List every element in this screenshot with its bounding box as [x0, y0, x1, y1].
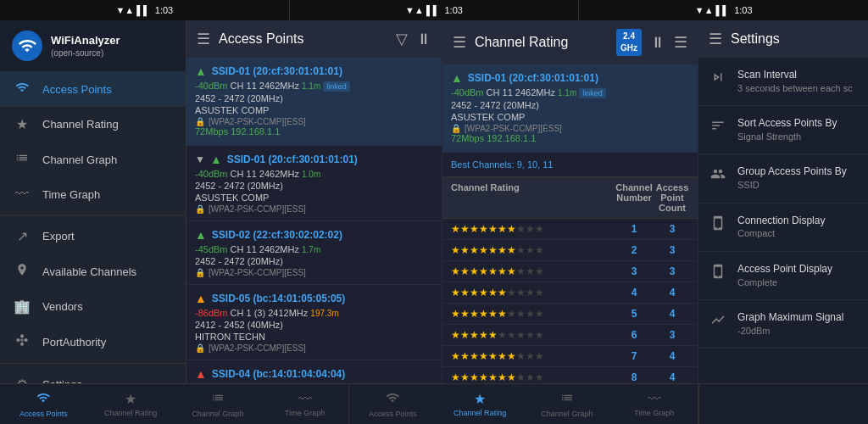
app-name-container: WiFiAnalyzer (open-source): [51, 34, 120, 58]
bnav-cr[interactable]: ★ Channel Rating: [87, 384, 175, 424]
cr-highlighted-details: -40dBm CH 11 2462MHz 1.1m linked: [451, 87, 689, 98]
star-empty: ★: [535, 329, 544, 341]
cr-channel-num: 5: [613, 308, 655, 320]
ap-panel-body: ▼ ▲ SSID-01 (20:cf:30:01:01:01) -40dBm C…: [186, 146, 442, 383]
star-filled: ★: [488, 329, 498, 341]
sidebar-item-port-authority[interactable]: PortAuthority: [0, 324, 186, 360]
star-filled: ★: [498, 350, 507, 362]
settings-item-graph-maximum-signal[interactable]: Graph Maximum Signal-20dBm: [698, 300, 868, 349]
bnav2-cg[interactable]: Channel Graph: [524, 384, 611, 424]
settings-item-connection-display[interactable]: Connection DisplayCompact: [698, 204, 868, 252]
sidebar-item-settings[interactable]: ⚙ Settings: [0, 367, 186, 383]
cr-col-count: Access Point Count: [655, 182, 689, 213]
cr-nav-icon: ★: [14, 116, 31, 132]
ap-pause-icon[interactable]: ⏸: [416, 31, 431, 48]
ap-highlight-wifi-icon: ▲: [195, 64, 207, 78]
settings-item-sort-access-points[interactable]: Sort Access Points BySignal Strength: [698, 106, 868, 154]
ap-highlight-vendor: ASUSTEK COMP: [195, 105, 433, 115]
settings-menu-icon[interactable]: ☰: [709, 30, 722, 48]
star-filled: ★: [488, 371, 498, 383]
ap-nav-label: Access Points: [42, 83, 112, 96]
ap-item-04[interactable]: ▲ SSID-04 (bc:14:01:04:04:04) -87dBm CH …: [186, 360, 442, 383]
cr-pause-icon[interactable]: ⏸: [650, 34, 665, 52]
bottom-nav-row: Access Points ★ Channel Rating Channel G…: [0, 383, 868, 424]
star-empty: ★: [516, 308, 526, 320]
ap-security-01: 🔒 [WPA2-PSK-CCMP][ESS]: [195, 204, 433, 214]
sidebar-item-export[interactable]: ↗ Export: [0, 219, 186, 254]
bnav2-cg-icon: [560, 391, 574, 408]
ap-highlight-ch: CH 11: [231, 81, 259, 91]
ap-item-02[interactable]: ▲ SSID-02 (22:cf:30:02:02:02) -45dBm CH …: [186, 221, 442, 285]
star-empty: ★: [526, 244, 535, 256]
bnav-ap[interactable]: Access Points: [0, 384, 87, 424]
cr-row-3: ★★★★★★★★★★33: [442, 261, 698, 282]
star-filled: ★: [470, 350, 479, 362]
cr-highlighted-security: 🔒 [WPA2-PSK-CCMP][ESS]: [451, 124, 689, 133]
bnav-ap-label: Access Points: [19, 410, 68, 418]
sidebar-item-channel-rating[interactable]: ★ Channel Rating: [0, 107, 186, 142]
bnav2-cr[interactable]: ★ Channel Rating: [437, 384, 524, 424]
star-empty: ★: [535, 350, 544, 362]
cg-nav-label: Channel Graph: [42, 153, 117, 166]
ap-item-01[interactable]: ▼ ▲ SSID-01 (20:cf:30:01:01:01) -40dBm C…: [186, 146, 442, 221]
cr-highlighted-vendor: ASUSTEK COMP: [451, 112, 689, 122]
star-filled: ★: [451, 265, 460, 277]
sidebar-item-access-points[interactable]: Access Points: [0, 71, 186, 107]
ssid-02: SSID-02 (22:cf:30:02:02:02): [212, 229, 342, 241]
star-filled: ★: [507, 371, 516, 383]
ap-item-05[interactable]: ▲ SSID-05 (bc:14:01:05:05:05) -86dBm CH …: [186, 285, 442, 360]
settings-item-group-access-points[interactable]: Group Access Points BySSID: [698, 154, 868, 203]
ssid-04: SSID-04 (bc:14:01:04:04:04): [212, 368, 345, 380]
cr-row-7: ★★★★★★★★★★74: [442, 346, 698, 367]
cr-row-1: ★★★★★★★★★★13: [442, 219, 698, 240]
star-filled: ★: [451, 244, 460, 256]
status-bars: ▼▲ ▌▌ 1:03 ▼▲ ▌▌ 1:03 ▼▲ ▌▌ 1:03: [0, 0, 868, 20]
cr-channel-num: 6: [613, 329, 655, 341]
cr-nav-label: Channel Rating: [42, 118, 119, 131]
bnav2-tg[interactable]: 〰 Time Graph: [610, 384, 698, 424]
svg-point-2: [25, 338, 28, 342]
nav-divider-2: [0, 363, 186, 364]
sidebar-item-available-channels[interactable]: Available Channels: [0, 254, 186, 289]
bnav2-ap[interactable]: Access Points: [349, 384, 437, 424]
cr-highlighted-ap[interactable]: ▲ SSID-01 (20:cf:30:01:01:01) -40dBm CH …: [442, 64, 698, 153]
bnav-tg[interactable]: 〰 Time Graph: [261, 384, 348, 424]
cr-more-icon[interactable]: ☰: [674, 33, 687, 52]
status-icons-1: ▼▲ ▌▌: [115, 5, 149, 15]
sidebar-item-channel-graph[interactable]: Channel Graph: [0, 142, 186, 177]
star-filled: ★: [479, 371, 488, 383]
settings-panel-title: Settings: [731, 31, 780, 47]
cr-row-4: ★★★★★★★★★★44: [442, 282, 698, 304]
star-filled: ★: [479, 287, 488, 298]
ap-menu-icon[interactable]: ☰: [197, 30, 210, 48]
star-filled: ★: [488, 287, 498, 298]
sidebar-item-vendors[interactable]: 🏢 Vendors: [0, 289, 186, 324]
cr-menu-icon[interactable]: ☰: [453, 33, 466, 52]
star-filled: ★: [460, 244, 470, 256]
cr-row-5: ★★★★★★★★★★54: [442, 304, 698, 325]
star-empty: ★: [498, 329, 507, 341]
settings-icon: ⚙: [14, 377, 31, 383]
sidebar-item-time-graph[interactable]: 〰 Time Graph: [0, 177, 186, 211]
wifi-icon-05: ▲: [195, 292, 207, 305]
time-3: 1:03: [734, 5, 752, 15]
star-filled: ★: [460, 308, 470, 320]
settings-item-scan-interval[interactable]: Scan Interval3 seconds between each sc: [698, 58, 868, 106]
ap-filter-icon[interactable]: ▽: [396, 30, 408, 48]
ap-details-02: -45dBm CH 11 2462MHz 1.7m: [195, 244, 433, 254]
settings-item-access-point-display[interactable]: Access Point DisplayComplete: [698, 252, 868, 300]
ap-highlighted[interactable]: ▲ SSID-01 (20:cf:30:01:01:01) -40dBm CH …: [186, 58, 442, 146]
bnav-cg[interactable]: Channel Graph: [175, 384, 262, 424]
ap-highlight-freq: 2462MHz: [259, 81, 299, 91]
star-empty: ★: [526, 371, 535, 383]
star-empty: ★: [516, 265, 526, 277]
status-bar-2: ▼▲ ▌▌ 1:03: [290, 0, 580, 20]
settings-content-scan-interval: Scan Interval3 seconds between each sc: [737, 68, 853, 95]
export-nav-label: Export: [42, 230, 75, 243]
cr-highlighted-range: 2452 - 2472 (20MHz): [451, 100, 689, 110]
vendors-icon: 🏢: [14, 298, 31, 315]
cr-ap-count: 4: [655, 308, 689, 320]
settings-icon-sort-access-points: [710, 118, 729, 137]
ap-highlight-security: 🔒 [WPA2-PSK-CCMP][ESS]: [195, 117, 433, 126]
star-empty: ★: [535, 265, 544, 277]
